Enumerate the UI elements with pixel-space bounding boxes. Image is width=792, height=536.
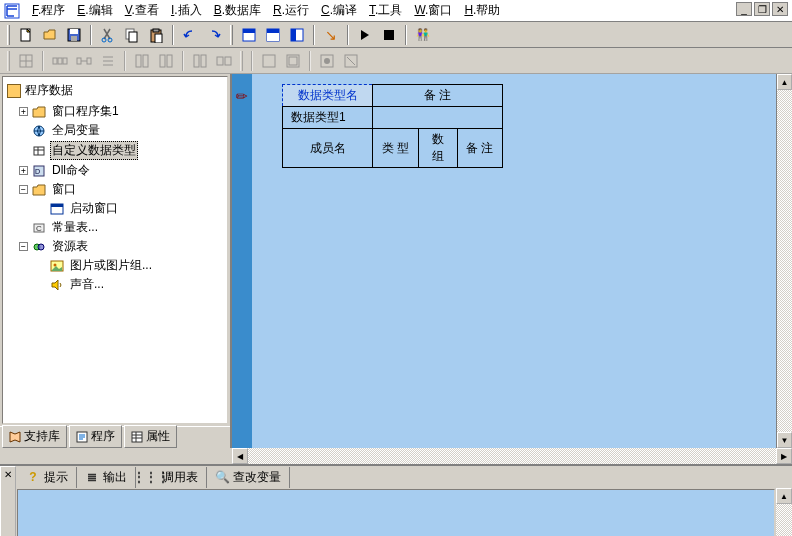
find-button[interactable]: 👫 xyxy=(412,24,434,46)
menu-item[interactable]: F.程序 xyxy=(26,0,71,21)
img-icon xyxy=(50,259,64,273)
svg-rect-31 xyxy=(136,55,141,67)
redo-button[interactable] xyxy=(203,24,225,46)
menu-item[interactable]: V.查看 xyxy=(119,0,165,21)
cell-datatype-value[interactable]: 数据类型1 xyxy=(283,107,373,129)
panel3-button[interactable] xyxy=(286,24,308,46)
tb2-3 xyxy=(73,50,95,72)
menu-item[interactable]: R.运行 xyxy=(267,0,315,21)
tree-expander-icon[interactable]: + xyxy=(19,166,28,175)
scroll-right-button[interactable]: ▶ xyxy=(776,448,792,464)
cell-type[interactable]: 类 型 xyxy=(373,129,419,168)
panel1-button[interactable] xyxy=(238,24,260,46)
tree-expander-icon[interactable]: + xyxy=(19,107,28,116)
copy-button[interactable] xyxy=(121,24,143,46)
svg-rect-36 xyxy=(201,55,206,67)
cell-member-name[interactable]: 成员名 xyxy=(283,129,373,168)
tab-icon: ⋮⋮⋮ xyxy=(144,470,158,484)
cell-remark[interactable]: 备 注 xyxy=(457,129,503,168)
tree-expander-icon[interactable]: − xyxy=(19,242,28,251)
scroll-track[interactable] xyxy=(777,90,792,432)
menu-bar: F.程序E.编辑V.查看I.插入B.数据库R.运行C.编译T.工具W.窗口H.帮… xyxy=(0,0,792,22)
bottom-tab[interactable]: ⋮⋮⋮调用表 xyxy=(136,467,207,488)
scroll-left-button[interactable]: ◀ xyxy=(232,448,248,464)
bottom-tab[interactable]: ?提示 xyxy=(18,467,77,488)
svg-point-43 xyxy=(324,58,330,64)
cell-remark-header[interactable]: 备 注 xyxy=(373,85,503,107)
svg-rect-35 xyxy=(194,55,199,67)
svg-line-45 xyxy=(347,57,355,65)
svg-rect-26 xyxy=(87,58,91,64)
cell-remark-value[interactable] xyxy=(373,107,503,129)
panel2-button[interactable] xyxy=(262,24,284,46)
scroll-down-button[interactable]: ▼ xyxy=(777,432,792,448)
bottom-tab-label: 输出 xyxy=(103,469,127,486)
menu-item[interactable]: I.插入 xyxy=(165,0,208,21)
stop-button[interactable] xyxy=(378,24,400,46)
tree-node[interactable]: 启动窗口 xyxy=(5,199,225,218)
svg-rect-22 xyxy=(53,58,57,64)
editor-vscroll[interactable]: ▲ ▼ xyxy=(776,74,792,448)
tree-node[interactable]: +DDll命令 xyxy=(5,161,225,180)
editor-content[interactable]: 数据类型名 备 注 数据类型1 成员名 类 型 数组 备 注 xyxy=(252,74,776,448)
tree-node[interactable]: 全局变量 xyxy=(5,121,225,140)
scroll-up-button[interactable]: ▲ xyxy=(777,74,792,90)
tab-icon: ? xyxy=(26,470,40,484)
menu-item[interactable]: H.帮助 xyxy=(458,0,506,21)
output-area[interactable] xyxy=(17,489,775,536)
save-button[interactable] xyxy=(63,24,85,46)
cut-button[interactable] xyxy=(97,24,119,46)
open-button[interactable] xyxy=(39,24,61,46)
svg-rect-38 xyxy=(225,57,231,65)
data-type-table[interactable]: 数据类型名 备 注 数据类型1 成员名 类 型 数组 备 注 xyxy=(282,84,503,168)
tb2-12 xyxy=(340,50,362,72)
tree-node[interactable]: 图片或图片组... xyxy=(5,256,225,275)
tree-node[interactable]: 声音... xyxy=(5,275,225,294)
close-button[interactable]: ✕ xyxy=(772,2,788,16)
paste-button[interactable] xyxy=(145,24,167,46)
left-tab[interactable]: 支持库 xyxy=(2,425,67,448)
cell-datatype-name[interactable]: 数据类型名 xyxy=(283,85,373,107)
bottom-tab-label: 查改变量 xyxy=(233,469,281,486)
bottom-vscroll[interactable]: ▲ ▼ xyxy=(776,466,792,536)
bottom-close-button[interactable]: ✕ xyxy=(0,466,16,536)
svg-rect-47 xyxy=(34,147,44,155)
tree-expander-icon[interactable]: − xyxy=(19,185,28,194)
new-button[interactable] xyxy=(15,24,37,46)
undo-button[interactable] xyxy=(179,24,201,46)
tree-node[interactable]: +窗口程序集1 xyxy=(5,102,225,121)
tree-node[interactable]: −窗口 xyxy=(5,180,225,199)
tree-node-label: 声音... xyxy=(68,276,106,293)
left-tab[interactable]: 属性 xyxy=(124,425,177,448)
svg-rect-15 xyxy=(267,33,279,41)
tree-node-label: 自定义数据类型 xyxy=(50,141,138,160)
editor-gutter xyxy=(232,74,252,448)
scroll-track[interactable] xyxy=(248,448,776,464)
editor-hscroll[interactable]: ◀ ▶ xyxy=(232,448,792,464)
tb2-5 xyxy=(131,50,153,72)
menu-item[interactable]: C.编译 xyxy=(315,0,363,21)
menu-item[interactable]: E.编辑 xyxy=(71,0,118,21)
tree-view[interactable]: 程序数据 +窗口程序集1全局变量自定义数据类型+DDll命令−窗口启动窗口C常量… xyxy=(2,76,228,424)
cell-array[interactable]: 数组 xyxy=(418,129,457,168)
minimize-button[interactable]: _ xyxy=(736,2,752,16)
svg-rect-25 xyxy=(77,58,81,64)
bottom-tab[interactable]: ≣输出 xyxy=(77,467,136,488)
restore-button[interactable]: ❐ xyxy=(754,2,770,16)
scroll-up-button[interactable]: ▲ xyxy=(776,488,792,504)
menu-item[interactable]: B.数据库 xyxy=(208,0,267,21)
menu-item[interactable]: W.窗口 xyxy=(408,0,458,21)
tree-node[interactable]: 自定义数据类型 xyxy=(5,140,225,161)
step-button[interactable]: ↘ xyxy=(320,24,342,46)
left-tab[interactable]: 程序 xyxy=(69,425,122,448)
run-button[interactable] xyxy=(354,24,376,46)
tab-icon: 🔍 xyxy=(215,470,229,484)
bottom-tab[interactable]: 🔍查改变量 xyxy=(207,467,290,488)
svg-rect-10 xyxy=(153,29,159,32)
menu-item[interactable]: T.工具 xyxy=(363,0,408,21)
tree-node[interactable]: C常量表... xyxy=(5,218,225,237)
tree-node[interactable]: −资源表 xyxy=(5,237,225,256)
svg-rect-8 xyxy=(129,32,137,42)
tree-node-label: 常量表... xyxy=(50,219,100,236)
tree-node-label: 资源表 xyxy=(50,238,90,255)
